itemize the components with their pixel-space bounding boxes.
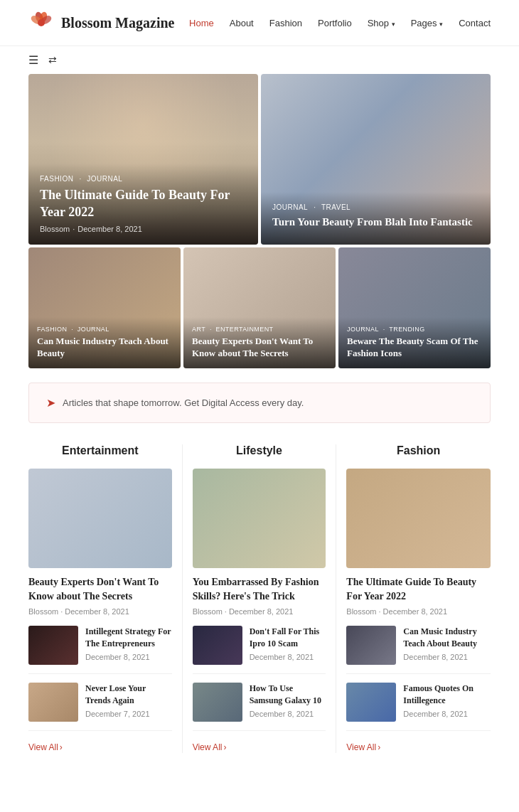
mini-date-ent-1: December 7, 2021 [85, 710, 172, 718]
mini-article-ent-0[interactable]: Intillegent Strategy For The Entrepreneu… [28, 626, 172, 674]
section-ent-meta: Blossom·December 8, 2021 [28, 607, 172, 616]
tag-journal2: JOURNAL [272, 203, 308, 211]
small-cards-grid: FASHION · JOURNAL Can Music Industry Tea… [0, 247, 519, 368]
logo[interactable]: Blossom Magazine [28, 10, 174, 36]
svg-point-4 [38, 19, 45, 26]
mini-title-life-1: How To Use Samsung Galaxy 10 [250, 683, 326, 707]
shuffle-icon[interactable]: ⇄ [48, 54, 57, 66]
banner-text: Articles that shape tomorrow. Get Digita… [63, 397, 304, 408]
nav-home[interactable]: Home [189, 18, 214, 28]
mini-date-fash-0: December 8, 2021 [403, 653, 491, 661]
section-entertainment-title: Entertainment [28, 444, 172, 457]
mini-article-fash-0[interactable]: Can Music Industry Teach About Beauty De… [346, 626, 491, 674]
nav-contact[interactable]: Contact [459, 18, 491, 28]
section-fash-main-title[interactable]: The Ultimate Guide To Beauty For Year 20… [346, 575, 491, 603]
tag-sep: · [79, 175, 81, 183]
view-all-entertainment[interactable]: View All › [28, 742, 63, 752]
mini-img-ent-0 [28, 626, 78, 665]
section-lifestyle: Lifestyle You Embarrassed By Fashion Ski… [183, 444, 337, 753]
section-ent-main-title[interactable]: Beauty Experts Don't Want To Know about … [28, 575, 172, 603]
hero-right-tags: JOURNAL · TRAVEL [272, 203, 479, 211]
mini-title-fash-0: Can Music Industry Teach About Beauty [403, 626, 491, 650]
section-fashion: Fashion The Ultimate Guide To Beauty For… [336, 444, 491, 753]
nav-about[interactable]: About [230, 18, 254, 28]
mini-date-ent-0: December 8, 2021 [85, 653, 172, 661]
sc1-tag0: ART [192, 326, 205, 333]
mini-img-ent-1 [28, 683, 78, 722]
mini-info-life-0: Don't Fall For This Ipro 10 Scam Decembe… [250, 626, 326, 665]
mini-article-ent-1[interactable]: Never Lose Your Trends Again December 7,… [28, 683, 172, 731]
mini-article-life-0[interactable]: Don't Fall For This Ipro 10 Scam Decembe… [193, 626, 326, 674]
section-fash-main-img[interactable] [346, 469, 491, 568]
sc2-title: Beware The Beauty Scam Of The Fashion Ic… [347, 336, 482, 360]
view-all-fashion[interactable]: View All › [346, 742, 380, 752]
nav-fashion[interactable]: Fashion [269, 18, 302, 28]
hero-card-left[interactable]: FASHION · JOURNAL The Ultimate Guide To … [28, 74, 258, 245]
section-lifestyle-title: Lifestyle [193, 444, 326, 457]
sc1-title: Beauty Experts Don't Want To Know about … [192, 336, 327, 360]
section-entertainment: Entertainment Beauty Experts Don't Want … [28, 444, 183, 753]
tag-journal: JOURNAL [87, 175, 122, 183]
logo-icon [28, 10, 54, 36]
logo-text: Blossom Magazine [61, 15, 174, 31]
sc0-tag0: FASHION [37, 326, 67, 333]
mini-img-life-1 [193, 683, 242, 722]
mini-info-ent-0: Intillegent Strategy For The Entrepreneu… [85, 626, 172, 665]
nav-shop[interactable]: Shop ▾ [368, 18, 395, 28]
sc1-tag1: ENTERTAINMENT [216, 326, 274, 333]
tag-fashion: FASHION [40, 175, 73, 183]
section-life-meta: Blossom·December 8, 2021 [193, 607, 326, 616]
section-life-main-title[interactable]: You Embarrassed By Fashion Skills? Here'… [193, 575, 326, 603]
sc1-sep: · [210, 326, 212, 333]
view-all-lifestyle[interactable]: View All › [193, 742, 227, 752]
site-header: Blossom Magazine Home About Fashion Port… [0, 0, 519, 46]
small-card-2[interactable]: JOURNAL · TRENDING Beware The Beauty Sca… [338, 247, 491, 368]
sc2-tag1: TRENDING [389, 326, 424, 333]
sc0-title: Can Music Industry Teach About Beauty [37, 336, 172, 360]
mini-info-ent-1: Never Lose Your Trends Again December 7,… [85, 683, 172, 722]
hero-grid: FASHION · JOURNAL The Ultimate Guide To … [0, 74, 519, 245]
mini-img-life-0 [193, 626, 242, 665]
section-fashion-title: Fashion [346, 444, 491, 457]
banner-send-icon: ➤ [46, 396, 55, 410]
small-card-1[interactable]: ART · ENTERTAINMENT Beauty Experts Don't… [183, 247, 336, 368]
section-fash-meta: Blossom·December 8, 2021 [346, 607, 491, 616]
mini-info-life-1: How To Use Samsung Galaxy 10 December 8,… [250, 683, 326, 722]
tag-travel: TRAVEL [321, 203, 351, 211]
mini-img-fash-0 [346, 626, 396, 665]
sc2-sep: · [383, 326, 385, 333]
hero-card-right[interactable]: JOURNAL · TRAVEL Turn Your Beauty From B… [261, 74, 491, 245]
hero-left-title: The Ultimate Guide To Beauty For Year 20… [40, 187, 247, 220]
mini-date-life-0: December 8, 2021 [250, 653, 326, 661]
sc2-tag0: JOURNAL [347, 326, 379, 333]
tag-sep2: · [314, 203, 316, 211]
hero-left-meta: Blossom·December 8, 2021 [40, 225, 247, 233]
mini-title-life-0: Don't Fall For This Ipro 10 Scam [250, 626, 326, 650]
nav-pages[interactable]: Pages ▾ [411, 18, 444, 28]
toolbar: ☰ ⇄ [0, 46, 519, 74]
mini-title-ent-0: Intillegent Strategy For The Entrepreneu… [85, 626, 172, 650]
section-ent-main-img[interactable] [28, 469, 172, 568]
sc0-tag1: JOURNAL [77, 326, 109, 333]
menu-icon[interactable]: ☰ [28, 53, 38, 67]
main-nav: Home About Fashion Portfolio Shop ▾ Page… [189, 18, 491, 28]
sections-container: Entertainment Beauty Experts Don't Want … [0, 444, 519, 774]
nav-portfolio[interactable]: Portfolio [318, 18, 352, 28]
mini-title-fash-1: Famous Quotes On Intillegence [403, 683, 491, 707]
small-card-0[interactable]: FASHION · JOURNAL Can Music Industry Tea… [28, 247, 181, 368]
mini-date-fash-1: December 8, 2021 [403, 710, 491, 718]
banner: ➤ Articles that shape tomorrow. Get Digi… [28, 383, 491, 423]
mini-title-ent-1: Never Lose Your Trends Again [85, 683, 172, 707]
mini-img-fash-1 [346, 683, 396, 722]
sc0-sep: · [71, 326, 73, 333]
mini-info-fash-0: Can Music Industry Teach About Beauty De… [403, 626, 491, 665]
section-life-main-img[interactable] [193, 469, 326, 568]
hero-left-tags: FASHION · JOURNAL [40, 175, 247, 183]
mini-article-life-1[interactable]: How To Use Samsung Galaxy 10 December 8,… [193, 683, 326, 731]
mini-article-fash-1[interactable]: Famous Quotes On Intillegence December 8… [346, 683, 491, 731]
hero-right-title: Turn Your Beauty From Blah Into Fantasti… [272, 215, 479, 230]
mini-info-fash-1: Famous Quotes On Intillegence December 8… [403, 683, 491, 722]
mini-date-life-1: December 8, 2021 [250, 710, 326, 718]
